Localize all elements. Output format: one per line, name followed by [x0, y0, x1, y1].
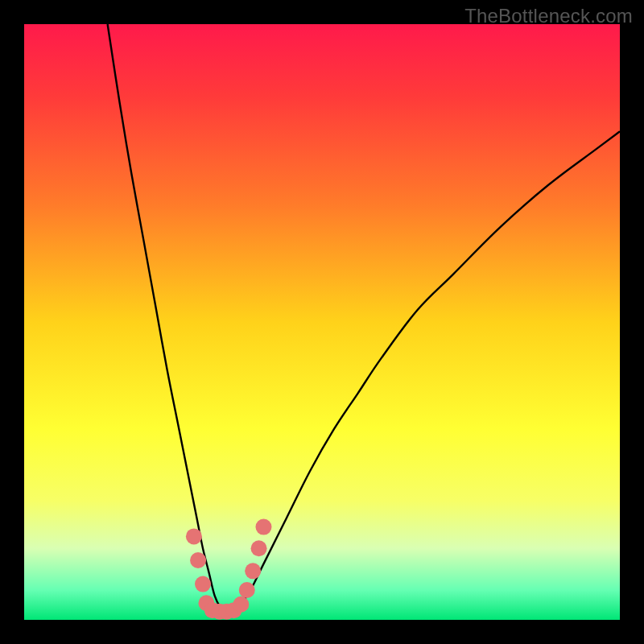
plot-svg — [24, 24, 620, 620]
marker-dot — [245, 563, 261, 579]
marker-dot — [239, 582, 255, 598]
gradient-background — [24, 24, 620, 620]
marker-dot — [255, 519, 271, 535]
chart-frame: TheBottleneck.com — [0, 0, 644, 644]
marker-dot — [233, 597, 249, 613]
watermark-text: TheBottleneck.com — [464, 5, 633, 27]
marker-dot — [190, 552, 206, 568]
marker-dot — [186, 528, 202, 544]
plot-area — [24, 24, 620, 620]
marker-dot — [251, 540, 267, 556]
marker-dot — [195, 576, 211, 592]
